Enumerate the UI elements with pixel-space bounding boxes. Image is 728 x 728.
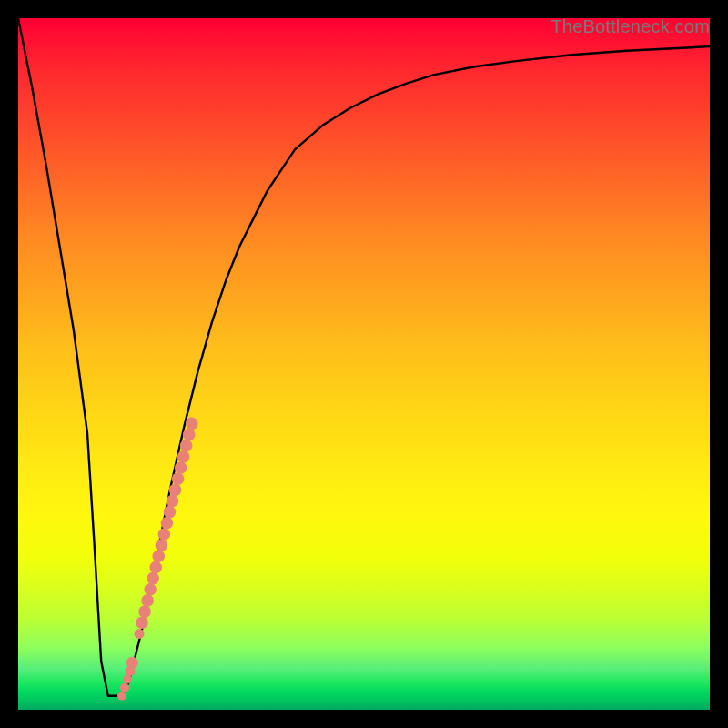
data-dot <box>175 461 187 474</box>
data-dot <box>147 572 159 585</box>
data-dot <box>123 675 132 684</box>
data-dot <box>152 550 165 562</box>
data-dot <box>183 429 196 441</box>
data-dot <box>120 683 129 693</box>
data-dot <box>177 450 190 463</box>
data-dot <box>144 583 157 596</box>
data-dot <box>138 605 151 618</box>
data-dot <box>126 657 138 669</box>
data-dot <box>164 506 177 519</box>
data-dot <box>167 495 179 508</box>
bottleneck-curve <box>18 18 710 696</box>
data-dot <box>135 629 145 639</box>
chart-svg <box>18 18 710 710</box>
watermark-text: TheBottleneck.com <box>551 16 710 37</box>
data-dot <box>149 561 162 574</box>
data-dot <box>117 692 126 701</box>
data-dots <box>117 418 198 701</box>
data-dot <box>156 539 168 551</box>
data-dot <box>161 517 174 530</box>
data-dot <box>180 440 193 452</box>
data-dot <box>169 484 182 497</box>
data-dot <box>186 418 198 430</box>
plot-area: TheBottleneck.com <box>18 18 710 710</box>
data-dot <box>136 616 148 629</box>
data-dot <box>141 594 154 607</box>
chart-frame: TheBottleneck.com <box>0 0 728 728</box>
data-dot <box>158 528 171 541</box>
data-dot <box>172 472 185 485</box>
